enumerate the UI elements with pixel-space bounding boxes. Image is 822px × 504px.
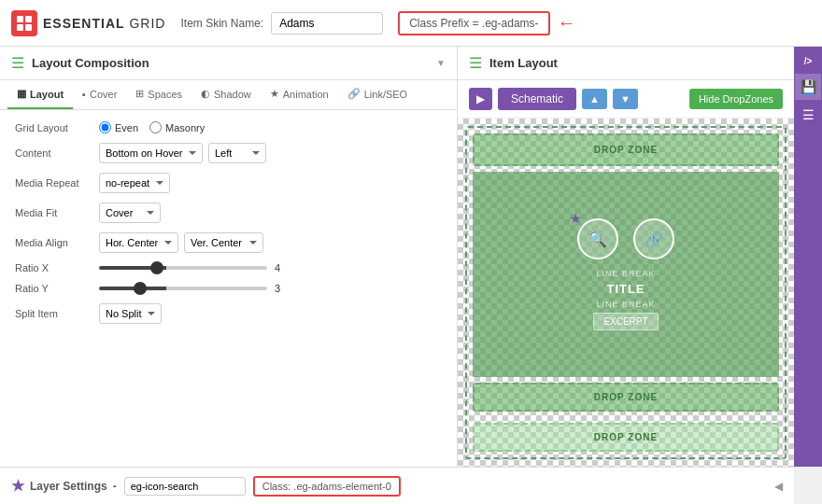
tab-shadow[interactable]: ◐ Shadow	[191, 80, 261, 109]
radio-masonry[interactable]: Masonry	[149, 121, 205, 133]
arrow-indicator: ←	[558, 12, 576, 34]
grid-layout-row: Grid Layout Even Masonry	[15, 121, 442, 133]
content-select[interactable]: Bottom on Hover Top on Hover Center	[99, 143, 203, 163]
media-align-hor-select[interactable]: Hor. Center Hor. Left Hor. Right	[99, 232, 178, 253]
media-align-row: Media Align Hor. Center Hor. Left Hor. R…	[15, 232, 442, 253]
svg-rect-3	[25, 24, 32, 31]
ratio-x-row: Ratio X 4	[15, 262, 442, 273]
code-button[interactable]: />	[795, 50, 821, 72]
cover-tab-label: Cover	[90, 89, 117, 100]
left-panel: ☰ Layout Composition ▼ ▦ Layout ▪ Cover …	[0, 47, 458, 467]
layer-dash: -	[113, 480, 117, 493]
drop-zone-top: DROP ZONE	[473, 133, 779, 166]
media-fit-select[interactable]: Cover Contain Auto	[99, 203, 161, 223]
radio-masonry-input[interactable]	[149, 121, 162, 133]
menu-button[interactable]: ☰	[795, 102, 821, 128]
tab-animation[interactable]: ★ Animation	[261, 80, 338, 109]
media-repeat-controls: no-repeat repeat repeat-x repeat-y	[99, 173, 442, 193]
layout-composition-title: Layout Composition	[32, 56, 149, 70]
shadow-tab-icon: ◐	[201, 88, 210, 100]
layout-composition-collapse[interactable]: ▼	[436, 58, 446, 68]
animation-tab-icon: ★	[270, 88, 279, 100]
tab-spaces[interactable]: ⊞ Spaces	[126, 80, 191, 109]
split-item-row: Split Item No Split Split	[15, 303, 442, 324]
item-layout-icon: ☰	[469, 54, 482, 72]
shadow-tab-label: Shadow	[214, 89, 251, 100]
layout-composition-icon: ☰	[11, 54, 24, 72]
ratio-x-value: 4	[275, 262, 293, 273]
hide-dropzones-button[interactable]: Hide DropZones	[689, 89, 783, 109]
radio-even[interactable]: Even	[99, 121, 138, 133]
excerpt-box: EXCERPT	[593, 313, 658, 330]
logo-text: ESSENTIAL GRID	[43, 16, 165, 31]
svg-rect-1	[25, 16, 32, 22]
grid-layout-label: Grid Layout	[15, 122, 99, 133]
play-button[interactable]: ▶	[469, 88, 492, 110]
radio-even-input[interactable]	[99, 121, 111, 133]
ratio-x-label: Ratio X	[15, 262, 99, 273]
ratio-y-row: Ratio Y 3	[15, 283, 442, 294]
ratio-y-slider[interactable]	[99, 287, 267, 290]
line-break-1: LINE BREAK	[596, 269, 655, 278]
skin-name-label: Item Skin Name:	[180, 17, 263, 30]
layout-tab-icon: ▦	[17, 88, 26, 100]
tab-cover[interactable]: ▪ Cover	[73, 80, 126, 109]
tab-layout[interactable]: ▦ Layout	[7, 80, 73, 109]
media-repeat-select[interactable]: no-repeat repeat repeat-x repeat-y	[99, 173, 170, 193]
item-layout-toolbar: ▶ Schematic ▲ ▼ Hide DropZones	[458, 80, 794, 119]
layer-select[interactable]: eg-icon-search eg-icon-link eg-icon-star	[124, 477, 246, 496]
save-button[interactable]: 💾	[795, 74, 821, 100]
ratio-y-value: 3	[275, 283, 293, 294]
spaces-tab-icon: ⊞	[135, 88, 144, 100]
main-area: ☰ Layout Composition ▼ ▦ Layout ▪ Cover …	[0, 47, 822, 467]
split-item-select[interactable]: No Split Split	[99, 303, 162, 324]
ratio-y-label: Ratio Y	[15, 283, 99, 294]
right-sidebar: /> 💾 ☰	[794, 47, 822, 467]
class-box: Class: .eg-adams-element-0	[253, 476, 401, 497]
link-circle: 🔗	[633, 218, 674, 259]
ratio-x-slider-row: 4	[99, 262, 442, 273]
line-break-2: LINE BREAK	[596, 300, 655, 309]
split-item-label: Split Item	[15, 308, 99, 319]
content-controls: Bottom on Hover Top on Hover Center Left…	[99, 143, 442, 163]
layer-settings-label: ★ Layer Settings -	[11, 477, 117, 495]
media-fit-row: Media Fit Cover Contain Auto	[15, 203, 442, 223]
icon-circles: ★ 🔍 🔗	[577, 218, 674, 259]
media-repeat-row: Media Repeat no-repeat repeat repeat-x r…	[15, 173, 442, 193]
link-seo-tab-label: Link/SEO	[364, 89, 407, 100]
class-prefix-text: Class Prefix = .eg-adams-	[409, 17, 538, 30]
tab-link-seo[interactable]: 🔗 Link/SEO	[338, 80, 417, 109]
animation-tab-label: Animation	[283, 89, 329, 100]
media-align-controls: Hor. Center Hor. Left Hor. Right Ver. Ce…	[99, 232, 442, 253]
svg-rect-2	[17, 24, 23, 31]
form-area: Grid Layout Even Masonry Content Bottom …	[0, 110, 457, 467]
right-panel: ☰ Item Layout ▶ Schematic ▲ ▼ Hide DropZ…	[458, 47, 794, 467]
logo: ESSENTIAL GRID	[11, 10, 165, 36]
skin-name-input[interactable]	[271, 12, 383, 35]
layer-settings-text: Layer Settings	[30, 480, 107, 493]
down-button[interactable]: ▼	[613, 89, 638, 109]
ratio-x-slider[interactable]	[99, 266, 267, 270]
search-icon: 🔍	[588, 231, 607, 248]
up-button[interactable]: ▲	[582, 89, 607, 109]
content-align-select[interactable]: Left Center Right	[208, 143, 266, 163]
svg-rect-0	[17, 16, 23, 22]
layout-composition-header: ☰ Layout Composition ▼	[0, 47, 457, 80]
media-align-ver-select[interactable]: Ver. Center Ver. Top Ver. Bottom	[184, 232, 263, 253]
collapse-arrow[interactable]: ◀	[774, 480, 783, 493]
schematic-button[interactable]: Schematic	[498, 88, 576, 110]
layer-star-icon: ★	[11, 477, 24, 495]
header: ESSENTIAL GRID Item Skin Name: Class Pre…	[0, 0, 822, 47]
content-label: Content	[15, 147, 99, 159]
item-layout-title: Item Layout	[489, 56, 558, 70]
star-badge: ★	[570, 211, 582, 226]
grid-layout-radio-group: Even Masonry	[99, 121, 205, 133]
class-prefix-box: Class Prefix = .eg-adams-	[398, 11, 549, 35]
logo-light: GRID	[125, 16, 166, 31]
content-row: Content Bottom on Hover Top on Hover Cen…	[15, 143, 442, 163]
cover-tab-icon: ▪	[82, 89, 86, 100]
tabs-bar: ▦ Layout ▪ Cover ⊞ Spaces ◐ Shadow ★ Ani…	[0, 80, 457, 110]
canvas-inner: DROP ZONE ★ 🔍 🔗 LINE BREAK TITLE LINE BR…	[465, 126, 787, 459]
media-fit-label: Media Fit	[15, 207, 99, 218]
canvas-area: DROP ZONE ★ 🔍 🔗 LINE BREAK TITLE LINE BR…	[458, 119, 794, 467]
